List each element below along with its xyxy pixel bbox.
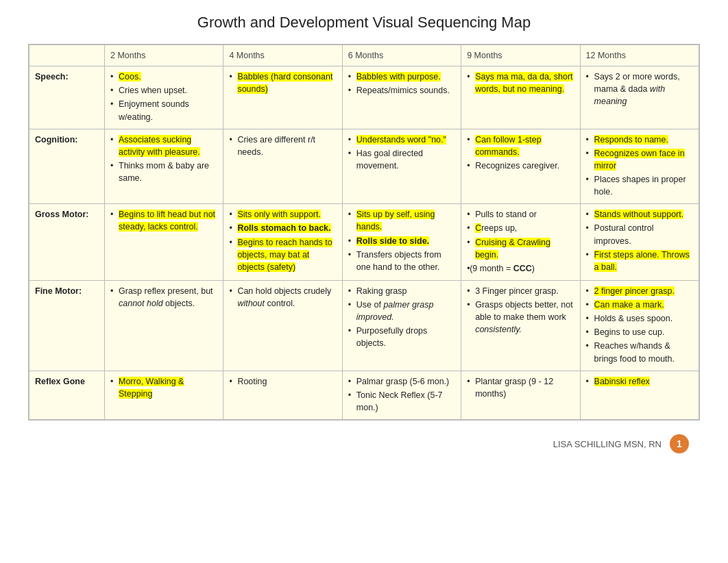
list-item: Transfers objects from one hand to the o… (348, 249, 455, 273)
cell-r1-c0: Associates sucking activity with pleasur… (105, 129, 223, 204)
list-item: Cries are different r/t needs. (229, 134, 336, 158)
header-12mo: 12 Months (580, 45, 699, 66)
row-label-0: Speech: (29, 66, 105, 129)
list-item: Use of palmer grasp improved. (348, 299, 455, 323)
cell-r0-c3: Says ma ma, da da, short words, but no m… (461, 66, 580, 129)
list-item: Coos. (110, 71, 217, 83)
list-item: Creeps up, (467, 222, 574, 234)
header-4mo: 4 Months (223, 45, 342, 66)
list-item: Enjoyment sounds w/eating. (110, 98, 217, 123)
cell-r2-c0: Begins to lift head but not steady, lack… (105, 204, 223, 281)
list-item: Stands without support. (586, 208, 693, 221)
list-item: Associates sucking activity with pleasur… (110, 134, 217, 158)
list-item: Pulls to stand or (467, 208, 574, 221)
cell-r2-c1: Sits only with support.Rolls stomach to … (223, 204, 342, 281)
cell-r4-c3: Plantar grasp (9 - 12 months) (461, 371, 580, 419)
list-item: Understands word "no." (348, 134, 455, 146)
list-item: (9 month = CCC) (467, 262, 574, 275)
table-row: Cognition:Associates sucking activity wi… (29, 129, 699, 204)
cell-r3-c4: 2 finger pincer grasp.Can make a mark.Ho… (580, 280, 699, 371)
table-body: Speech:Coos.Cries when upset.Enjoyment s… (29, 66, 699, 420)
list-item: First steps alone. Throws a ball. (586, 249, 693, 273)
cell-r2-c3: Pulls to stand orCreeps up,Cruising & Cr… (461, 204, 580, 281)
list-item: Babinski reflex (586, 375, 693, 388)
list-item: Grasps objects better, not able to make … (467, 299, 574, 336)
row-label-1: Cognition: (29, 129, 105, 204)
header-2mo: 2 Months (105, 45, 223, 66)
list-item: Raking grasp (348, 285, 455, 297)
list-item: Begins to use cup. (586, 326, 693, 338)
cell-r3-c3: 3 Finger pincer grasp.Grasps objects bet… (461, 280, 580, 371)
page-title: Growth and Development Visual Sequencing… (14, 14, 714, 32)
cell-r4-c1: Rooting (223, 371, 342, 419)
header-row: 2 Months 4 Months 6 Months 9 Months 12 M… (29, 45, 699, 66)
list-item: Babbles (hard consonant sounds) (229, 71, 336, 95)
cell-r0-c1: Babbles (hard consonant sounds) (223, 66, 342, 129)
author-label: LISA SCHILLING MSN, RN (553, 439, 662, 449)
list-item: Has goal directed movement. (348, 147, 455, 172)
list-item: Sits only with support. (229, 208, 336, 221)
cell-r4-c4: Babinski reflex (580, 371, 699, 419)
list-item: Morro, Walking & Stepping (110, 375, 217, 400)
list-item: Palmar grasp (5-6 mon.) (348, 375, 455, 388)
list-item: Says ma ma, da da, short words, but no m… (467, 71, 574, 95)
list-item: Recognizes own face in mirror (586, 147, 693, 172)
list-item: Repeats/mimics sounds. (348, 84, 455, 97)
list-item: Begins to reach hands to objects, may ba… (229, 236, 336, 273)
list-item: Can hold objects crudely without control… (229, 285, 336, 310)
list-item: 2 finger pincer grasp. (586, 285, 693, 297)
cell-r1-c4: Responds to name.Recognizes own face in … (580, 129, 699, 204)
footer: LISA SCHILLING MSN, RN 1 (28, 427, 700, 460)
header-9mo: 9 Months (461, 45, 580, 66)
row-label-2: Gross Motor: (29, 204, 105, 281)
table-row: Fine Motor:Grasp reflex present, but can… (29, 280, 699, 371)
cell-r3-c1: Can hold objects crudely without control… (223, 280, 342, 371)
list-item: Can make a mark. (586, 299, 693, 311)
list-item: Can follow 1-step commands. (467, 134, 574, 158)
table-row: Gross Motor:Begins to lift head but not … (29, 204, 699, 281)
cell-r2-c4: Stands without support.Postural control … (580, 204, 699, 281)
row-label-3: Fine Motor: (29, 280, 105, 371)
header-label-cell (29, 45, 105, 66)
cell-r4-c0: Morro, Walking & Stepping (105, 371, 223, 419)
main-table-wrapper: 2 Months 4 Months 6 Months 9 Months 12 M… (28, 44, 700, 421)
list-item: Purposefully drops objects. (348, 325, 455, 349)
list-item: Plantar grasp (9 - 12 months) (467, 375, 574, 400)
list-item: Grasp reflex present, but cannot hold ob… (110, 285, 217, 310)
table-row: Reflex GoneMorro, Walking & SteppingRoot… (29, 371, 699, 419)
cell-r3-c0: Grasp reflex present, but cannot hold ob… (105, 280, 223, 371)
cell-r0-c4: Says 2 or more words, mama & dada with m… (580, 66, 699, 129)
cell-r1-c2: Understands word "no."Has goal directed … (342, 129, 461, 204)
list-item: Cruising & Crawling begin. (467, 236, 574, 261)
list-item: Responds to name. (586, 134, 693, 146)
page-badge: 1 (670, 434, 689, 453)
list-item: Says 2 or more words, mama & dada with m… (586, 71, 693, 108)
list-item: Babbles with purpose. (348, 71, 455, 83)
header-6mo: 6 Months (342, 45, 461, 66)
cell-r1-c3: Can follow 1-step commands.Recognizes ca… (461, 129, 580, 204)
cell-r2-c2: Sits up by self, using hands.Rolls side … (342, 204, 461, 281)
list-item: Sits up by self, using hands. (348, 208, 455, 233)
list-item: 3 Finger pincer grasp. (467, 285, 574, 297)
list-item: Reaches w/hands & brings food to mouth. (586, 340, 693, 364)
list-item: Thinks mom & baby are same. (110, 160, 217, 184)
list-item: Holds & uses spoon. (586, 312, 693, 325)
table-row: Speech:Coos.Cries when upset.Enjoyment s… (29, 66, 699, 129)
list-item: Tonic Neck Reflex (5-7 mon.) (348, 389, 455, 414)
sequencing-table: 2 Months 4 Months 6 Months 9 Months 12 M… (29, 45, 699, 420)
list-item: Begins to lift head but not steady, lack… (110, 208, 217, 233)
list-item: Cries when upset. (110, 84, 217, 97)
row-label-4: Reflex Gone (29, 371, 105, 419)
cell-r3-c2: Raking graspUse of palmer grasp improved… (342, 280, 461, 371)
list-item: Rolls side to side. (348, 235, 455, 247)
cell-r0-c0: Coos.Cries when upset.Enjoyment sounds w… (105, 66, 223, 129)
list-item: Rooting (229, 375, 336, 388)
list-item: Rolls stomach to back. (229, 222, 336, 234)
list-item: Postural control improves. (586, 222, 693, 247)
cell-r1-c1: Cries are different r/t needs. (223, 129, 342, 204)
cell-r0-c2: Babbles with purpose.Repeats/mimics soun… (342, 66, 461, 129)
list-item: Recognizes caregiver. (467, 160, 574, 172)
cell-r4-c2: Palmar grasp (5-6 mon.)Tonic Neck Reflex… (342, 371, 461, 419)
list-item: Places shapes in proper hole. (586, 173, 693, 198)
